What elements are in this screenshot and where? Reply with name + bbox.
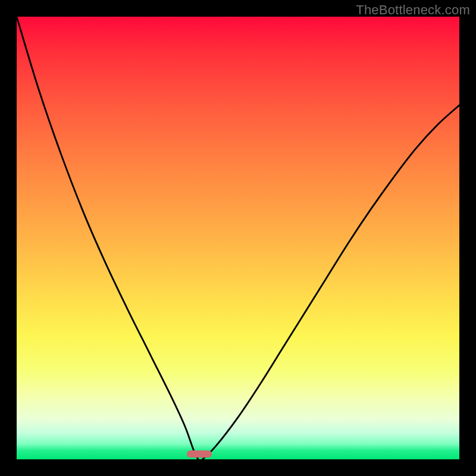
curve-left-branch — [17, 17, 198, 459]
cusp-marker — [187, 450, 212, 458]
plot-area — [17, 17, 459, 459]
watermark-text: TheBottleneck.com — [356, 2, 470, 18]
curve-layer — [17, 17, 459, 459]
curve-right-branch — [202, 105, 459, 459]
outer-frame: TheBottleneck.com — [0, 0, 476, 476]
